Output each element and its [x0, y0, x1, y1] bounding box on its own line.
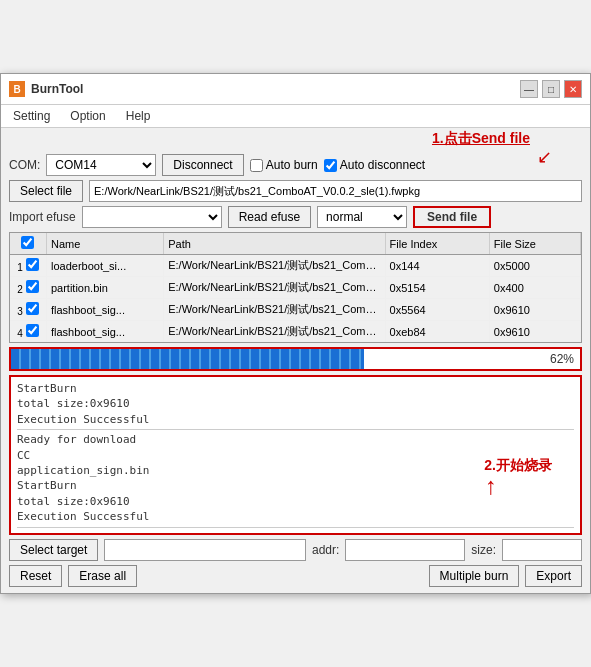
app-icon: B [9, 81, 25, 97]
row-index: 0x144 [385, 255, 489, 277]
window-controls: — □ ✕ [520, 80, 582, 98]
menu-option[interactable]: Option [66, 107, 109, 125]
row-checkbox-2[interactable] [26, 302, 39, 315]
menu-bar: Setting Option Help [1, 105, 590, 128]
erase-all-button[interactable]: Erase all [68, 565, 137, 587]
select-file-button[interactable]: Select file [9, 180, 83, 202]
log-line: application_sign.bin [17, 463, 574, 478]
read-efuse-button[interactable]: Read efuse [228, 206, 311, 228]
table-row: 4 flashboot_sig... E:/Work/NearLink/BS21… [10, 321, 581, 343]
row-path: E:/Work/NearLink/BS21/测试/bs21_ComboAT_V0… [164, 321, 385, 343]
log-line: StartBurn [17, 381, 574, 396]
log-line: total size:0x9610 [17, 396, 574, 411]
log-area[interactable]: StartBurntotal size:0x9610Execution Succ… [9, 375, 582, 535]
col-header-index: File Index [385, 233, 489, 255]
table-row: 1 loaderboot_si... E:/Work/NearLink/BS21… [10, 255, 581, 277]
row-size: 0x9610 [489, 321, 580, 343]
title-bar: B BurnTool — □ ✕ [1, 74, 590, 105]
window-title: BurnTool [31, 82, 83, 96]
log-line: Ready for download [17, 432, 574, 447]
main-content: COM: COM14 Disconnect Auto burn Auto dis… [1, 148, 590, 593]
row-name: flashboot_sig... [46, 299, 163, 321]
select-file-row: Select file [9, 180, 582, 202]
import-efuse-select[interactable] [82, 206, 222, 228]
select-target-button[interactable]: Select target [9, 539, 98, 561]
row-name: partition.bin [46, 277, 163, 299]
select-target-input[interactable] [104, 539, 306, 561]
auto-disconnect-checkbox-label: Auto disconnect [324, 158, 425, 172]
log-line: Execution Successful [17, 509, 574, 524]
row-checkbox-1[interactable] [26, 280, 39, 293]
col-header-name: Name [46, 233, 163, 255]
log-line: CC [17, 448, 574, 463]
import-efuse-row: Import efuse Read efuse normal Send file [9, 206, 582, 228]
select-all-checkbox[interactable] [21, 236, 34, 249]
log-line: Execution Successful [17, 412, 574, 427]
log-line: total size:0x9610 [17, 494, 574, 509]
table-row: 3 flashboot_sig... E:/Work/NearLink/BS21… [10, 299, 581, 321]
row-path: E:/Work/NearLink/BS21/测试/bs21_ComboAT_V0… [164, 277, 385, 299]
log-separator [17, 527, 574, 528]
log-line: Ready for download [17, 530, 574, 535]
size-input[interactable] [502, 539, 582, 561]
row-index: 0xeb84 [385, 321, 489, 343]
title-bar-left: B BurnTool [9, 81, 83, 97]
file-table-container: Name Path File Index File Size 1 loaderb… [9, 232, 582, 343]
row-index: 0x5564 [385, 299, 489, 321]
file-path-input[interactable] [89, 180, 582, 202]
log-line: StartBurn [17, 478, 574, 493]
row-index: 0x5154 [385, 277, 489, 299]
row-checkbox-0[interactable] [26, 258, 39, 271]
row-size: 0x5000 [489, 255, 580, 277]
reset-button[interactable]: Reset [9, 565, 62, 587]
log-separator [17, 429, 574, 430]
main-window: B BurnTool — □ ✕ Setting Option Help 1.点… [0, 73, 591, 594]
row-size: 0x9610 [489, 299, 580, 321]
addr-label: addr: [312, 543, 339, 557]
row-path: E:/Work/NearLink/BS21/测试/bs21_ComboAT_V0… [164, 299, 385, 321]
annotation-arrow-send: ↙ [537, 146, 552, 168]
send-file-button[interactable]: Send file [413, 206, 491, 228]
auto-burn-checkbox-label: Auto burn [250, 158, 318, 172]
close-button[interactable]: ✕ [564, 80, 582, 98]
maximize-button[interactable]: □ [542, 80, 560, 98]
multiple-burn-button[interactable]: Multiple burn [429, 565, 520, 587]
import-efuse-label: Import efuse [9, 210, 76, 224]
auto-disconnect-checkbox[interactable] [324, 159, 337, 172]
export-button[interactable]: Export [525, 565, 582, 587]
progress-text: 62% [550, 352, 574, 366]
table-header-row: Name Path File Index File Size [10, 233, 581, 255]
row-path: E:/Work/NearLink/BS21/测试/bs21_ComboAT_V0… [164, 255, 385, 277]
col-header-check [10, 233, 46, 255]
com-select[interactable]: COM14 [46, 154, 156, 176]
bottom-row-1: Select target addr: size: [9, 539, 582, 561]
annotation-send-file: 1.点击Send file [432, 130, 530, 148]
table-row: 2 partition.bin E:/Work/NearLink/BS21/测试… [10, 277, 581, 299]
row-checkbox-3[interactable] [26, 324, 39, 337]
row-name: loaderboot_si... [46, 255, 163, 277]
disconnect-button[interactable]: Disconnect [162, 154, 243, 176]
bottom-row-2: Reset Erase all Multiple burn Export [9, 565, 582, 587]
menu-setting[interactable]: Setting [9, 107, 54, 125]
log-wrapper: StartBurntotal size:0x9610Execution Succ… [9, 375, 582, 535]
normal-select[interactable]: normal [317, 206, 407, 228]
minimize-button[interactable]: — [520, 80, 538, 98]
com-label: COM: [9, 158, 40, 172]
addr-input[interactable] [345, 539, 465, 561]
size-label: size: [471, 543, 496, 557]
col-header-path: Path [164, 233, 385, 255]
progress-container: 62% [9, 347, 582, 371]
auto-burn-checkbox[interactable] [250, 159, 263, 172]
row-name: flashboot_sig... [46, 321, 163, 343]
row-size: 0x400 [489, 277, 580, 299]
file-table: Name Path File Index File Size 1 loaderb… [10, 233, 581, 342]
menu-help[interactable]: Help [122, 107, 155, 125]
col-header-size: File Size [489, 233, 580, 255]
progress-bar [11, 349, 364, 369]
com-row: COM: COM14 Disconnect Auto burn Auto dis… [9, 154, 582, 176]
